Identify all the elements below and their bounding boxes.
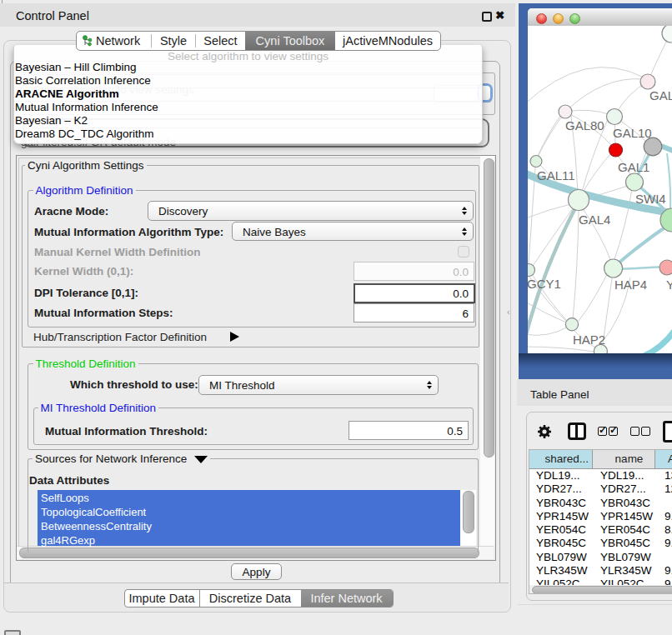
svg-text:GAL10: GAL10 [613, 126, 652, 140]
svg-text:Y: Y [666, 278, 672, 292]
svg-text:SWI4: SWI4 [635, 192, 666, 206]
svg-text:GAL1: GAL1 [618, 160, 649, 174]
svg-text:GAL80: GAL80 [565, 118, 604, 132]
svg-text:HAP4: HAP4 [614, 278, 647, 292]
svg-text:GAL8: GAL8 [649, 88, 672, 102]
svg-text:GAL11: GAL11 [537, 168, 575, 182]
svg-text:GAL4: GAL4 [579, 212, 610, 227]
svg-text:HAP2: HAP2 [573, 332, 605, 347]
svg-text:GCY1: GCY1 [528, 277, 561, 291]
